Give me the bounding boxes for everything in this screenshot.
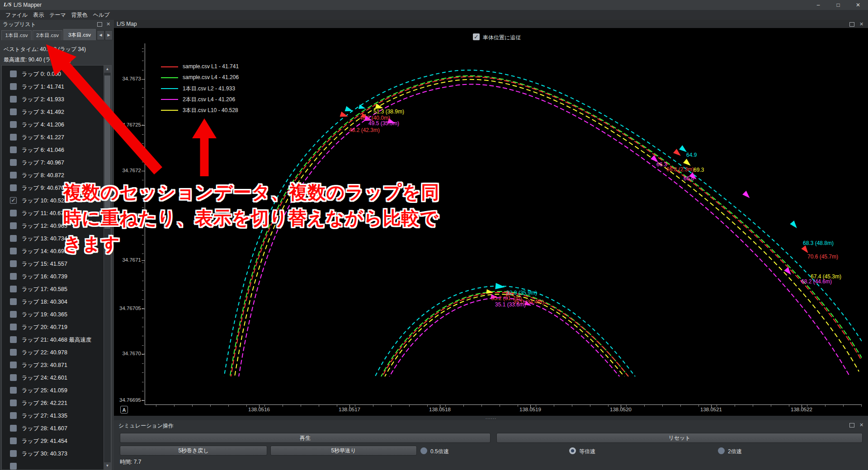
lap-checkbox[interactable] xyxy=(10,210,17,216)
session-tab-3本目.csv[interactable]: 3本目.csv xyxy=(63,29,96,40)
lap-checkbox[interactable] xyxy=(10,260,17,267)
scroll-up-icon[interactable]: ▲ xyxy=(104,66,111,73)
lap-row[interactable]: ラップ 12: 40.963 xyxy=(2,220,111,232)
lap-checkbox[interactable] xyxy=(10,400,17,406)
lap-row[interactable]: ラップ 2: 41.933 xyxy=(2,93,111,106)
close-panel-icon[interactable]: ✕ xyxy=(859,423,863,428)
lap-row[interactable]: ラップ 26: 42.221 xyxy=(2,397,111,409)
lap-row[interactable]: ラップ 28: 41.607 xyxy=(2,422,111,435)
lap-checkbox[interactable] xyxy=(10,286,17,292)
speed-radio[interactable] xyxy=(569,447,576,454)
lap-checkbox[interactable] xyxy=(10,450,17,457)
lap-checkbox[interactable] xyxy=(10,374,17,381)
lap-row[interactable]: ラップ 4: 41.206 xyxy=(2,118,111,131)
lap-checkbox[interactable] xyxy=(10,273,17,280)
rewind-5s-button[interactable]: 5秒巻き戻し xyxy=(120,446,267,456)
lap-row[interactable]: ラップ 30: 40.373 xyxy=(2,447,111,460)
float-panel-icon[interactable] xyxy=(849,423,854,428)
lap-checkbox[interactable] xyxy=(10,311,17,318)
close-panel-icon[interactable]: ✕ xyxy=(106,22,110,27)
lap-row[interactable]: ラップ 7: 40.967 xyxy=(2,156,111,169)
minimize-button[interactable]: – xyxy=(808,0,828,10)
splitter-handle[interactable]: ...... xyxy=(114,416,868,420)
lap-checkbox[interactable] xyxy=(10,96,17,103)
lap-row[interactable]: ラップ 6: 41.046 xyxy=(2,144,111,156)
menu-item-ファイル[interactable]: ファイル xyxy=(3,10,30,20)
lap-row[interactable]: ラップ 3: 41.492 xyxy=(2,106,111,118)
lap-checkbox[interactable]: ✓ xyxy=(10,197,17,204)
lap-row[interactable]: ラップ 18: 40.304 xyxy=(2,296,111,308)
maximize-button[interactable]: □ xyxy=(828,0,848,10)
lap-row[interactable]: ラップ 14: 40.691 xyxy=(2,245,111,258)
close-button[interactable]: ✕ xyxy=(848,0,868,10)
play-button[interactable]: 再生 xyxy=(120,433,491,443)
lap-checkbox[interactable] xyxy=(10,172,17,179)
lap-row[interactable]: ラップ 5: 41.227 xyxy=(2,131,111,144)
lap-checkbox[interactable] xyxy=(10,349,17,356)
tab-scroll-left-button[interactable]: ◀ xyxy=(97,30,104,40)
lap-checkbox[interactable] xyxy=(10,159,17,166)
scrollbar-thumb[interactable] xyxy=(104,75,110,229)
lap-row[interactable]: ✓ラップ 10: 40.528 xyxy=(2,194,111,207)
lap-row[interactable]: ラップ 22: 40.978 xyxy=(2,346,111,359)
lap-checkbox[interactable] xyxy=(10,324,17,330)
lap-row[interactable]: ラップ 11: 40.671 xyxy=(2,207,111,220)
session-tab-1本目.csv[interactable]: 1本目.csv xyxy=(1,30,32,40)
lap-checkbox[interactable] xyxy=(10,425,17,432)
lap-row[interactable]: ラップ 8: 40.872 xyxy=(2,169,111,182)
lap-row[interactable]: ラップ 24: 42.601 xyxy=(2,371,111,384)
lap-row[interactable]: ラップ 15: 41.557 xyxy=(2,258,111,270)
lap-checkbox[interactable] xyxy=(10,108,17,115)
lap-checkbox[interactable] xyxy=(10,222,17,229)
lap-checkbox[interactable] xyxy=(10,336,17,343)
lap-label: ラップ 11: 40.671 xyxy=(22,207,67,220)
close-panel-icon[interactable]: ✕ xyxy=(859,22,863,27)
menu-item-表示[interactable]: 表示 xyxy=(30,10,47,20)
lap-row[interactable]: ラップ 21: 40.468 最高速度 xyxy=(2,334,111,346)
lap-row[interactable]: ラップ 27: 41.335 xyxy=(2,409,111,422)
speed-radio[interactable] xyxy=(718,447,725,454)
lap-row[interactable]: ラップ 25: 41.059 xyxy=(2,384,111,397)
lap-row[interactable]: ラップ 20: 40.719 xyxy=(2,321,111,334)
lap-checkbox[interactable] xyxy=(10,362,17,368)
lap-checkbox[interactable] xyxy=(10,412,17,419)
scroll-down-icon[interactable]: ▼ xyxy=(104,462,111,470)
lap-row[interactable]: ラップ 17: 40.585 xyxy=(2,283,111,296)
lap-checkbox[interactable] xyxy=(10,134,17,141)
lap-checkbox[interactable] xyxy=(10,463,17,470)
lap-row[interactable]: ラップ 13: 40.734 xyxy=(2,232,111,245)
lap-checkbox[interactable] xyxy=(10,146,17,153)
lap-row[interactable]: ラップ 29: 41.454 xyxy=(2,435,111,447)
lap-label: ラップ 4: 41.206 xyxy=(22,118,64,131)
lap-row[interactable] xyxy=(2,460,111,470)
menu-item-ヘルプ[interactable]: ヘルプ xyxy=(90,10,113,20)
lap-checkbox[interactable] xyxy=(10,248,17,254)
lap-checkbox[interactable] xyxy=(10,235,17,242)
lap-row[interactable]: ラップ 19: 40.365 xyxy=(2,308,111,321)
menu-item-背景色[interactable]: 背景色 xyxy=(69,10,90,20)
lap-checkbox[interactable] xyxy=(10,121,17,128)
lap-checkbox[interactable] xyxy=(10,83,17,90)
session-tab-2本目.csv[interactable]: 2本目.csv xyxy=(33,30,62,40)
lap-row[interactable]: ラップ 0: 0.000 xyxy=(2,68,111,80)
forward-5s-button[interactable]: 5秒早送り xyxy=(270,446,417,456)
point-label: 49.5 (35.5m) xyxy=(368,120,399,127)
lap-row[interactable]: ラップ 23: 40.871 xyxy=(2,359,111,371)
lap-checkbox[interactable] xyxy=(10,184,17,191)
reset-button[interactable]: リセット xyxy=(496,433,863,443)
lap-checkbox[interactable] xyxy=(10,298,17,305)
tab-scroll-right-button[interactable]: ▶ xyxy=(105,30,113,40)
lap-checkbox[interactable] xyxy=(10,70,17,77)
lap-checkbox[interactable] xyxy=(10,387,17,394)
lap-row[interactable]: ラップ 16: 40.739 xyxy=(2,270,111,283)
lap-row[interactable]: ラップ 1: 41.741 xyxy=(2,80,111,93)
lap-checkbox[interactable] xyxy=(10,437,17,444)
lap-row[interactable]: ラップ 9: 40.670 xyxy=(2,182,111,194)
menu-item-テーマ[interactable]: テーマ xyxy=(47,10,69,20)
speed-radio[interactable] xyxy=(420,447,427,454)
app-window: L/S L/S Mapper – □ ✕ ファイル表示テーマ背景色ヘルプ ラップ… xyxy=(0,0,868,470)
lap-list-scrollbar[interactable]: ▲ ▼ xyxy=(104,65,111,470)
float-panel-icon[interactable] xyxy=(849,22,854,27)
map-plot[interactable]: ✓ 車体位置に追従 34.767334.7672534.767234.76715… xyxy=(114,28,868,416)
float-panel-icon[interactable] xyxy=(97,22,102,27)
